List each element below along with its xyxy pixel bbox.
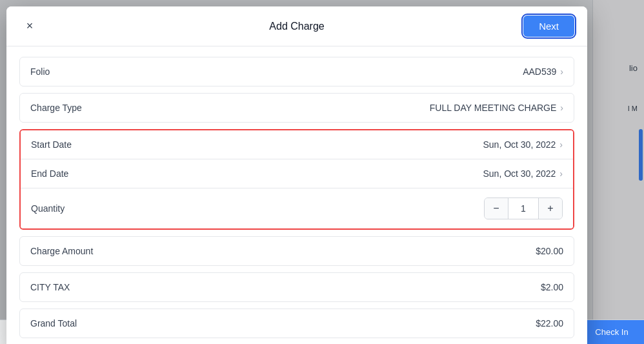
charge-type-chevron-icon: › <box>560 103 563 113</box>
quantity-stepper: − 1 + <box>484 197 563 219</box>
start-date-chevron-icon: › <box>559 139 563 150</box>
city-tax-label: CITY TAX <box>30 282 70 292</box>
city-tax-row: CITY TAX $2.00 <box>19 272 574 302</box>
quantity-decrease-button[interactable]: − <box>485 198 508 219</box>
quantity-row: Quantity − 1 + <box>21 188 573 228</box>
charge-type-row[interactable]: Charge Type FULL DAY MEETING CHARGE › <box>19 93 574 123</box>
start-date-label: Start Date <box>31 139 72 150</box>
folio-chevron-icon: › <box>560 66 563 77</box>
city-tax-value: $2.00 <box>541 282 563 292</box>
grand-total-value: $22.00 <box>536 318 563 329</box>
folio-value-group: AAD539 › <box>523 66 563 77</box>
close-button[interactable]: × <box>19 16 40 37</box>
end-date-label: End Date <box>31 168 68 179</box>
checkin-button[interactable]: Check In <box>579 320 644 344</box>
quantity-value: 1 <box>508 198 539 219</box>
charge-type-value: FULL DAY MEETING CHARGE <box>430 103 557 113</box>
charge-amount-label: Charge Amount <box>30 246 93 256</box>
end-date-value-group: Sun, Oct 30, 2022 › <box>483 168 563 179</box>
quantity-label: Quantity <box>31 203 65 214</box>
modal-body: Folio AAD539 › Charge Type FULL DAY MEET… <box>6 46 587 344</box>
start-date-row[interactable]: Start Date Sun, Oct 30, 2022 › <box>21 130 573 159</box>
modal-overlay: × Add Charge Next Folio AAD539 › Charge … <box>0 0 644 319</box>
highlighted-section: Start Date Sun, Oct 30, 2022 › End Date … <box>19 129 574 230</box>
quantity-increase-button[interactable]: + <box>539 198 562 219</box>
grand-total-label: Grand Total <box>30 318 77 329</box>
folio-value: AAD539 <box>523 66 556 77</box>
charge-amount-value: $20.00 <box>536 246 563 256</box>
end-date-value: Sun, Oct 30, 2022 <box>483 168 556 179</box>
grand-total-row: Grand Total $22.00 <box>19 309 574 338</box>
charge-type-value-group: FULL DAY MEETING CHARGE › <box>430 103 563 113</box>
charge-amount-row: Charge Amount $20.00 <box>19 236 574 266</box>
start-date-value: Sun, Oct 30, 2022 <box>483 139 556 150</box>
modal-header: × Add Charge Next <box>6 6 587 46</box>
charge-type-label: Charge Type <box>30 103 82 113</box>
folio-label: Folio <box>30 66 50 77</box>
modal-title: Add Charge <box>269 21 324 32</box>
close-icon: × <box>26 19 34 33</box>
add-charge-modal: × Add Charge Next Folio AAD539 › Charge … <box>6 6 587 344</box>
folio-row[interactable]: Folio AAD539 › <box>19 57 574 86</box>
end-date-chevron-icon: › <box>559 168 563 179</box>
next-button[interactable]: Next <box>523 15 574 37</box>
end-date-row[interactable]: End Date Sun, Oct 30, 2022 › <box>21 159 573 188</box>
start-date-value-group: Sun, Oct 30, 2022 › <box>483 139 563 150</box>
